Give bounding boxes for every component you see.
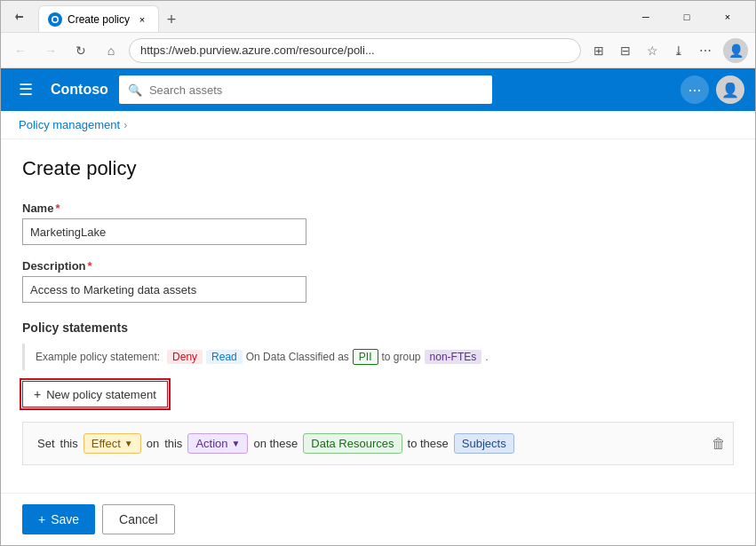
example-middle-text: On Data Classified as (246, 351, 349, 363)
effect-label: Effect (92, 437, 121, 450)
browser-profile-avatar[interactable]: 👤 (723, 38, 748, 63)
svg-point-3 (53, 17, 58, 21)
toolbar-icons: ⊞ ⊟ ☆ ⤓ ⋯ (586, 38, 718, 63)
tab-close-button[interactable]: × (135, 12, 149, 27)
this-text: this (60, 437, 78, 450)
address-input[interactable] (129, 38, 581, 63)
cancel-label: Cancel (119, 512, 158, 526)
back-button[interactable] (8, 4, 33, 29)
new-tab-button[interactable]: + (159, 7, 184, 32)
reading-view-icon[interactable]: ⊟ (613, 38, 638, 63)
name-field-group: Name* (22, 202, 734, 245)
data-resources-dropdown[interactable]: Data Resources (303, 433, 402, 454)
subjects-label: Subjects (462, 437, 506, 450)
app-bar-right: ··· 👤 (680, 75, 744, 104)
footer: + Save Cancel (1, 493, 755, 545)
action-chevron-icon: ▼ (232, 439, 241, 448)
tab-bar: Create policy × + (38, 1, 620, 32)
search-icon: 🔍 (128, 83, 142, 97)
description-field-group: Description* (22, 259, 734, 303)
name-required: * (55, 202, 60, 215)
delete-icon: 🗑 (712, 436, 726, 451)
back-nav-button[interactable]: ← (8, 38, 33, 63)
active-tab[interactable]: Create policy × (38, 5, 159, 32)
effect-dropdown[interactable]: Effect ▼ (84, 433, 141, 454)
app-ellipsis-button[interactable]: ··· (680, 75, 709, 104)
policy-statements-section: Policy statements Example policy stateme… (22, 320, 734, 465)
tab-favicon (48, 12, 62, 27)
title-bar: Create policy × + ─ □ × (1, 1, 755, 33)
example-period: . (485, 351, 488, 363)
breadcrumb-policy-management[interactable]: Policy management (19, 118, 120, 131)
save-button[interactable]: + Save (22, 504, 95, 534)
minimize-button[interactable]: ─ (625, 1, 666, 33)
app-bar: ☰ Contoso 🔍 ··· 👤 (1, 68, 755, 111)
resources-label: Data Resources (311, 437, 394, 450)
main-content: Create policy Name* Description* Policy … (1, 139, 755, 493)
breadcrumb: Policy management › (1, 111, 755, 139)
breadcrumb-separator: › (123, 119, 127, 131)
to-these-text: to these (408, 437, 449, 450)
refresh-button[interactable]: ↻ (68, 38, 93, 63)
downloads-icon[interactable]: ⤓ (666, 38, 691, 63)
name-label: Name* (22, 202, 734, 215)
browser-window: Create policy × + ─ □ × ← → ↻ ⌂ ⊞ ⊟ ☆ ⤓ … (0, 0, 756, 546)
address-bar: ← → ↻ ⌂ ⊞ ⊟ ☆ ⤓ ⋯ 👤 (1, 33, 755, 68)
description-required: * (88, 259, 92, 273)
hamburger-button[interactable]: ☰ (12, 75, 40, 104)
example-box: Example policy statement: Deny Read On D… (22, 344, 734, 370)
forward-nav-button[interactable]: → (38, 38, 63, 63)
delete-statement-button[interactable]: 🗑 (712, 436, 726, 452)
description-input[interactable] (22, 276, 306, 303)
on-these-text: on these (253, 437, 298, 450)
example-group-text: to group (382, 351, 421, 363)
maximize-button[interactable]: □ (666, 1, 707, 33)
cancel-button[interactable]: Cancel (102, 504, 175, 534)
deny-badge: Deny (167, 350, 203, 364)
app-name: Contoso (51, 82, 108, 98)
nonftes-badge: non-FTEs (425, 350, 482, 364)
on-text: on (147, 437, 159, 450)
save-label: Save (51, 512, 79, 526)
action-label: Action (195, 437, 227, 450)
effect-chevron-icon: ▼ (124, 439, 133, 448)
tab-title: Create policy (68, 13, 130, 26)
split-screen-icon[interactable]: ⊞ (586, 38, 611, 63)
app-profile-avatar[interactable]: 👤 (716, 75, 744, 104)
favorites-icon[interactable]: ☆ (640, 38, 664, 63)
set-text: Set (37, 437, 55, 450)
close-button[interactable]: × (707, 1, 748, 33)
new-policy-statement-button[interactable]: + New policy statement (22, 381, 168, 408)
pii-badge: PII (353, 349, 378, 365)
name-input[interactable] (22, 218, 306, 245)
search-box[interactable]: 🔍 (119, 75, 492, 104)
read-badge: Read (206, 350, 243, 364)
policy-statement-row: Set this Effect ▼ on this Action ▼ on th… (22, 422, 734, 465)
description-label: Description* (22, 259, 734, 273)
search-input[interactable] (149, 83, 483, 97)
home-button[interactable]: ⌂ (99, 38, 123, 63)
page-title: Create policy (22, 157, 734, 180)
svg-marker-1 (15, 13, 18, 20)
subjects-dropdown[interactable]: Subjects (454, 433, 514, 454)
action-dropdown[interactable]: Action ▼ (187, 433, 248, 454)
plus-icon: + (34, 387, 41, 401)
window-controls: ─ □ × (625, 1, 748, 33)
policy-statements-title: Policy statements (22, 320, 734, 335)
save-plus-icon: + (38, 512, 45, 526)
browser-settings-icon[interactable]: ⋯ (693, 38, 718, 63)
this2-text: this (164, 437, 182, 450)
example-label: Example policy statement: (36, 351, 160, 363)
title-bar-controls (8, 4, 33, 29)
new-policy-btn-label: New policy statement (46, 388, 156, 401)
